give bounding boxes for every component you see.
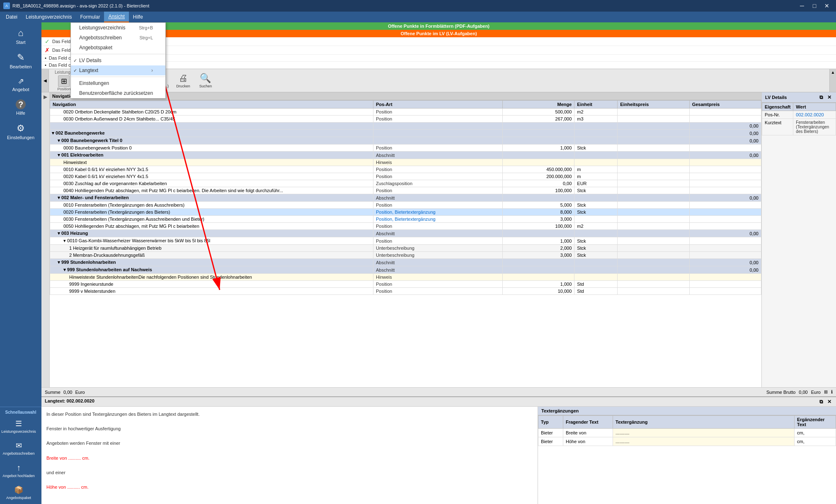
sidebar-item-start[interactable]: ⌂ Start — [2, 24, 39, 48]
sum-info-icon[interactable]: ℹ — [831, 389, 833, 395]
table-row[interactable]: 1 Heizgerät für raumluftunabhängigen Bet… — [50, 245, 761, 252]
sidebar-item-hilfe[interactable]: ? Hilfe — [2, 96, 39, 119]
cell-ep — [618, 116, 689, 123]
table-row[interactable]: 9999 Ingenieurstunde Position 1,000 Std — [50, 281, 761, 288]
cell-pos-art: Abschnitt — [373, 194, 503, 202]
table-row[interactable]: 0050 Hohlliegenden Putz abschlagen, mit … — [50, 223, 761, 230]
menu-ansicht[interactable]: Ansicht — [104, 12, 128, 22]
cell-ep — [618, 266, 689, 274]
data-table[interactable]: Navigation Pos-Art Menge Einheit Einheit… — [50, 100, 761, 387]
close-button[interactable]: ✕ — [821, 1, 833, 10]
cell-gp: 0,00 — [689, 230, 761, 237]
cell-einheit: m2 — [574, 223, 618, 230]
cell-ep — [618, 209, 689, 216]
cell-einheit — [574, 266, 618, 274]
menu-leistungsverzeichnis[interactable]: Leistungsverzeichnis — [22, 12, 76, 22]
hochladen-icon: ↑ — [17, 463, 21, 473]
cell-navigation: 0030 Ortbeton Außenwand D 24cm Stahlbeto… — [50, 116, 373, 123]
table-row[interactable]: ▾ 001 Elektroarbeiten Abschnitt 0,00 — [50, 152, 761, 159]
dropdown-angebotspaket[interactable]: Angebotspaket — [71, 43, 165, 53]
dropdown-einstellungen[interactable]: Einstellungen — [71, 78, 165, 88]
sum-table-icon[interactable]: ⊞ — [824, 389, 828, 395]
table-row[interactable]: 0030 Zuschlag auf die vorgenannten Kabel… — [50, 180, 761, 187]
minimize-button[interactable]: ─ — [796, 1, 808, 10]
nav-expand-btn[interactable]: ▶ — [41, 92, 50, 387]
cell-pos-art: Abschnitt — [373, 266, 503, 274]
table-row[interactable]: 0040 Hohlliegenden Putz abschlagen, mit … — [50, 187, 761, 194]
sidebar-label-bearbeiten: Bearbeiten — [10, 64, 32, 69]
dropdown-benutzeroberflaeche[interactable]: Benutzeroberfläche zurücksetzen — [71, 88, 165, 98]
bottom-restore-btn[interactable]: ⧉ — [818, 398, 824, 405]
lv-close-btn[interactable]: ✕ — [826, 94, 833, 101]
menu-hilfe[interactable]: Hilfe — [129, 12, 147, 22]
table-row[interactable]: 2 Membran-Druckausdehnungsgefäß Unterbes… — [50, 252, 761, 259]
sidebar-item-angebot[interactable]: ⇗ Angebot — [2, 73, 39, 95]
table-row[interactable]: ▾ 002 Baunebengewerke 0,00 — [50, 130, 761, 137]
table-row[interactable]: ▾ 0010 Gas-Kombi-Wasserheizer Wassererwä… — [50, 237, 761, 245]
table-row[interactable]: ▾ 999 Stundenlohnarbeiten Abschnitt 0,00 — [50, 259, 761, 266]
sidebar-item-angebotsschreiben[interactable]: ✉ Angebotsschreiben — [0, 438, 37, 459]
table-row[interactable]: 0030 Ortbeton Außenwand D 24cm Stahlbeto… — [50, 116, 761, 123]
app-icon: A — [3, 2, 10, 9]
lv-col-eigenschaft: Eigenschaft — [762, 103, 793, 111]
cell-navigation: ▾ 002 Maler- und Fensterarbeiten — [50, 194, 373, 202]
table-row[interactable]: 0,00 — [50, 123, 761, 130]
sidebar-item-einstellungen[interactable]: ⚙ Einstellungen — [2, 120, 39, 143]
cell-ep — [618, 202, 689, 209]
maximize-button[interactable]: □ — [809, 1, 820, 10]
cell-menge — [503, 266, 574, 274]
dropdown-langtext[interactable]: ✓ Langtext › — [71, 65, 165, 75]
cell-gp: 0,00 — [689, 259, 761, 266]
table-row[interactable]: ▾ 999 Stundenlohnarbeiten auf Nachweis A… — [50, 266, 761, 274]
scroll-up-btn[interactable]: ▲ — [829, 69, 836, 92]
collapse-panel-btn[interactable]: ◀ — [41, 69, 49, 92]
table-row[interactable]: ▾ 003 Heizung Abschnitt 0,00 — [50, 230, 761, 237]
lv-restore-btn[interactable]: ⧉ — [818, 94, 824, 101]
cell-gp — [689, 202, 761, 209]
erg-text-1[interactable] — [613, 429, 795, 437]
dropdown-leistungsverzeichnis[interactable]: Leistungsverzeichnis Strg+B — [71, 23, 165, 33]
cell-pos-art — [373, 137, 503, 145]
table-row[interactable]: 0010 Fensterarbeiten (Textergänzungen de… — [50, 202, 761, 209]
table-row[interactable]: 0000 Baunebengewerk Position 0 Position … — [50, 145, 761, 152]
sum-right: Summe Brutto 0,00 Euro ⊞ ℹ — [766, 389, 833, 395]
cell-menge: 450.000,000 — [503, 166, 574, 173]
table-row[interactable]: 0030 Fensterarbeiten (Textergänzungen Au… — [50, 216, 761, 223]
lv-properties-table: Eigenschaft Wert Pos-Nr. 002.002.0020 Ku… — [762, 103, 836, 135]
pos-icon-1[interactable]: ⊞ Position — [57, 75, 70, 91]
drucken-btn[interactable]: 🖨 Drucken — [173, 72, 194, 89]
table-row[interactable]: 0010 Kabel 0.6/1 kV einziehen NYY 3x1.5 … — [50, 166, 761, 173]
table-row[interactable]: Hinweistexte StundenlohnarbeitenDie nach… — [50, 274, 761, 281]
menu-datei[interactable]: Datei — [2, 12, 22, 22]
dropdown-lv-details[interactable]: ✓ LV Details — [71, 55, 165, 65]
table-row[interactable]: 0020 Fensterarbeiten (Textergänzungen de… — [50, 209, 761, 216]
bottom-close-btn[interactable]: ✕ — [826, 398, 833, 405]
erg-text-2[interactable] — [613, 437, 795, 446]
angebot-icon: ⇗ — [18, 77, 24, 86]
lv-details-title: LV Details — [765, 95, 787, 100]
summe-label: Summe — [45, 390, 61, 395]
table-row[interactable]: 0020 Kabel 0.6/1 kV einziehen NYY 4x1.5 … — [50, 173, 761, 180]
sidebar-item-angebot-hochladen[interactable]: ↑ Angebot hochladen — [0, 460, 37, 481]
table-row[interactable]: 0020 Ortbeton Deckenplatte Stahlbeton C2… — [50, 109, 761, 116]
dropdown-angebotsschreiben[interactable]: Angebotsschreiben Strg+L — [71, 33, 165, 43]
cell-einheit: EUR — [574, 180, 618, 187]
col-pos-art: Pos-Art — [373, 101, 503, 109]
table-row[interactable]: ▾ 000 Baunebengewerk Titel 0 0,00 — [50, 137, 761, 145]
cell-menge: 100,000 — [503, 187, 574, 194]
menu-formular[interactable]: Formular — [76, 12, 104, 22]
sidebar-item-leistungsverzeichnis[interactable]: ☰ Leistungsverzeichnis — [0, 416, 37, 437]
suchen-btn[interactable]: 🔍 Suchen — [195, 72, 216, 89]
table-row[interactable]: ▾ 002 Maler- und Fensterarbeiten Abschni… — [50, 194, 761, 202]
cell-pos-art: Abschnitt — [373, 152, 503, 159]
cell-gp — [689, 180, 761, 187]
cell-pos-art: Position — [373, 202, 503, 209]
table-row[interactable]: 9999 v Meisterstunden Position 10,000 St… — [50, 288, 761, 295]
table-row[interactable]: Hinweistext Hinweis — [50, 159, 761, 166]
erg-input-1[interactable] — [615, 430, 792, 435]
erg-input-2[interactable] — [615, 439, 792, 444]
sidebar-item-bearbeiten[interactable]: ✎ Bearbeiten — [2, 49, 39, 72]
window-title: RIB_18A0012_498898.avasign - ava-sign 20… — [12, 3, 149, 8]
sidebar-item-angebotspaket[interactable]: 📦 Angebotspaket — [0, 482, 37, 503]
lv-nav-label: Leistungsverzeichnis — [1, 429, 36, 434]
